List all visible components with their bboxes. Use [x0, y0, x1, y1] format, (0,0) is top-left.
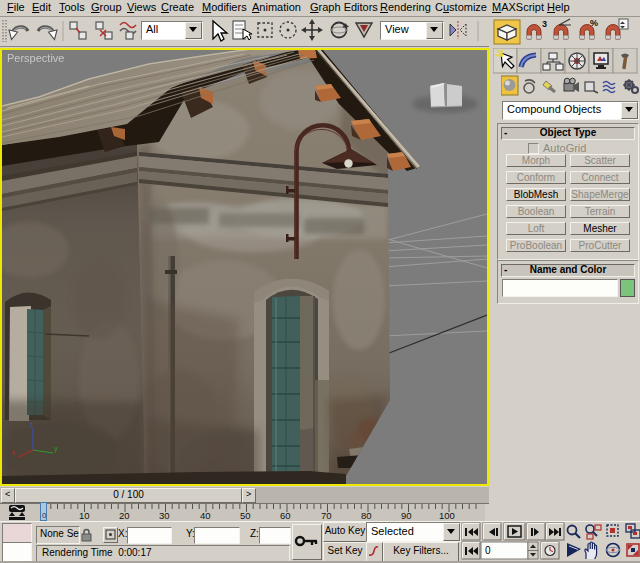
svg-text:40: 40: [200, 510, 211, 521]
svg-text:80: 80: [361, 510, 372, 521]
svg-text:20: 20: [119, 510, 130, 521]
svg-text:50: 50: [240, 510, 251, 521]
svg-text:%: %: [590, 18, 598, 28]
svg-text:90: 90: [401, 510, 412, 521]
svg-text:60: 60: [280, 510, 291, 521]
svg-text:100: 100: [439, 510, 455, 521]
svg-text:0: 0: [485, 545, 491, 556]
svg-text:y: y: [54, 445, 58, 453]
svg-text:z: z: [29, 421, 33, 428]
svg-text:x: x: [12, 449, 16, 456]
svg-text:70: 70: [321, 510, 332, 521]
svg-text:3: 3: [542, 19, 547, 29]
svg-text:30: 30: [159, 510, 170, 521]
svg-text:10: 10: [79, 510, 90, 521]
